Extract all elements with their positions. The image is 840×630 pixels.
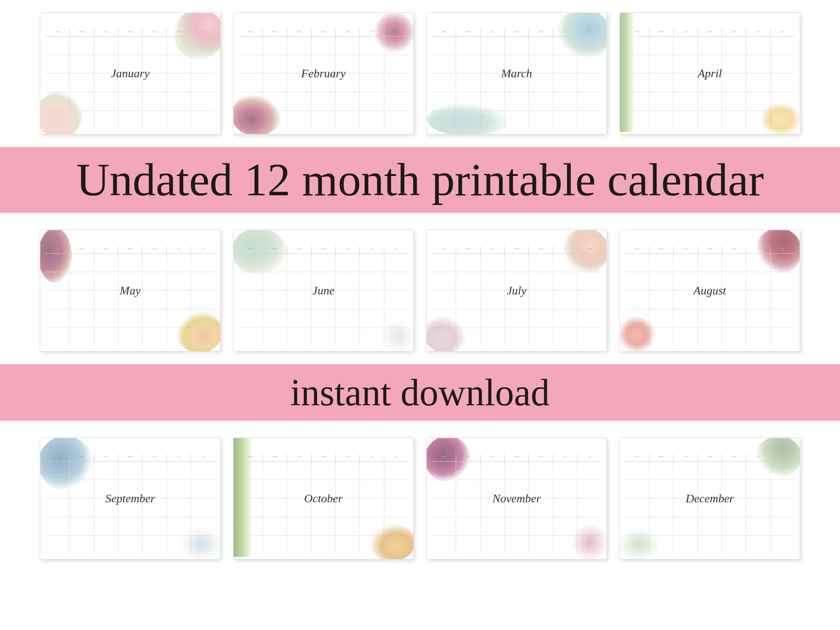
day-sun: Sun — [45, 454, 70, 461]
calendar-may: May Sun Mon Tue Wed Thu Fri Sat — [40, 230, 220, 352]
month-title-april: April — [698, 67, 722, 80]
day-thu: Thu — [336, 246, 360, 253]
day-thu: Thu — [142, 454, 167, 461]
page: { "banner1": { "text": "Undated 12 month… — [0, 0, 840, 568]
day-sun: Sun — [239, 246, 263, 253]
calendar-october: October Sun Mon Tue Wed Thu Fri Sat — [233, 438, 414, 559]
day-thu: Thu — [529, 246, 553, 253]
day-sun: Sun — [625, 29, 649, 36]
day-fri: Fri — [746, 29, 771, 36]
day-fri: Fri — [167, 246, 191, 253]
day-tue: Tue — [94, 246, 118, 253]
day-wed: Wed — [312, 454, 336, 461]
calendar-june: June Sun Mon Tue Wed Thu Fri Sat — [233, 230, 414, 352]
day-sat: Sat — [771, 246, 795, 253]
day-mon: Mon — [70, 454, 94, 461]
day-mon: Mon — [456, 454, 480, 461]
calendar-january: January Sun Mon Tue Wed Thu Fri Sat — [40, 13, 220, 134]
month-title-october: October — [304, 492, 343, 505]
day-tue: Tue — [287, 29, 312, 36]
day-tue: Tue — [674, 246, 698, 253]
day-wed: Wed — [118, 29, 143, 36]
day-sun: Sun — [239, 29, 263, 36]
calendar-july: July Sun Mon Tue Wed Thu Fri Sat — [426, 230, 607, 352]
banner-2-text: instant download — [0, 372, 840, 413]
day-fri: Fri — [360, 246, 384, 253]
day-wed: Wed — [698, 454, 722, 461]
banner-1-text: Undated 12 month printable calendar — [0, 155, 840, 205]
month-title-november: November — [492, 492, 541, 505]
day-fri: Fri — [167, 29, 191, 36]
day-fri: Fri — [553, 454, 578, 461]
day-thu: Thu — [336, 29, 360, 36]
day-tue: Tue — [480, 29, 505, 36]
day-mon: Mon — [456, 246, 480, 253]
day-mon: Mon — [70, 246, 94, 253]
day-tue: Tue — [674, 454, 698, 461]
day-sat: Sat — [578, 454, 601, 461]
day-wed: Wed — [118, 454, 143, 461]
day-thu: Thu — [529, 454, 553, 461]
day-fri: Fri — [553, 246, 578, 253]
day-sat: Sat — [578, 246, 601, 253]
day-mon: Mon — [649, 29, 674, 36]
day-mon: Mon — [263, 246, 287, 253]
day-sun: Sun — [625, 454, 649, 461]
month-title-june: June — [312, 284, 335, 297]
day-sat: Sat — [191, 454, 215, 461]
day-sun: Sun — [432, 246, 456, 253]
day-wed: Wed — [505, 246, 529, 253]
day-sat: Sat — [771, 454, 795, 461]
day-wed: Wed — [312, 246, 336, 253]
calendar-april: April Sun Mon Tue Wed Thu Fri Sat — [620, 13, 800, 134]
day-tue: Tue — [287, 454, 312, 461]
day-mon: Mon — [263, 454, 287, 461]
row-2: May Sun Mon Tue Wed Thu Fri Sat — [0, 217, 840, 360]
day-fri: Fri — [746, 454, 771, 461]
day-thu: Thu — [722, 246, 746, 253]
day-mon: Mon — [456, 29, 480, 36]
calendar-august: August Sun Mon Tue Wed Thu Fri Sat — [620, 230, 800, 352]
day-tue: Tue — [674, 29, 698, 36]
day-sun: Sun — [45, 29, 70, 36]
day-wed: Wed — [698, 246, 722, 253]
day-mon: Mon — [649, 246, 674, 253]
month-title-august: August — [693, 284, 726, 297]
day-sat: Sat — [191, 29, 215, 36]
calendar-march: March Sun Mon Tue Wed Thu Fri Sat — [426, 13, 607, 134]
day-tue: Tue — [480, 454, 505, 461]
day-sun: Sun — [239, 454, 263, 461]
row-1: January Sun Mon Tue Wed Thu Fri Sat — [0, 0, 840, 143]
day-sun: Sun — [45, 246, 70, 253]
calendar-february: February Sun Mon Tue Wed Thu Fri Sat — [233, 13, 414, 134]
day-sat: Sat — [384, 246, 408, 253]
day-thu: Thu — [142, 246, 167, 253]
day-wed: Wed — [118, 246, 143, 253]
month-title-february: February — [301, 67, 346, 80]
day-wed: Wed — [698, 29, 722, 36]
month-title-july: July — [507, 284, 527, 297]
day-fri: Fri — [360, 454, 384, 461]
month-title-may: May — [120, 284, 141, 297]
day-tue: Tue — [287, 246, 312, 253]
day-tue: Tue — [480, 246, 505, 253]
month-title-september: September — [105, 492, 155, 505]
month-title-december: December — [685, 492, 734, 505]
day-sat: Sat — [384, 29, 408, 36]
calendar-december: December Sun Mon Tue Wed Thu Fri Sat — [620, 438, 800, 559]
day-sun: Sun — [432, 29, 456, 36]
day-sun: Sun — [432, 454, 456, 461]
day-wed: Wed — [505, 29, 529, 36]
day-fri: Fri — [167, 454, 191, 461]
day-mon: Mon — [70, 29, 94, 36]
day-thu: Thu — [142, 29, 167, 36]
day-sat: Sat — [578, 29, 601, 36]
calendar-september: September Sun Mon Tue Wed Thu Fri Sat — [40, 438, 220, 559]
day-thu: Thu — [722, 454, 746, 461]
day-thu: Thu — [722, 29, 746, 36]
day-fri: Fri — [360, 29, 384, 36]
day-sat: Sat — [191, 246, 215, 253]
day-tue: Tue — [94, 454, 118, 461]
day-sun: Sun — [625, 246, 649, 253]
day-fri: Fri — [553, 29, 578, 36]
